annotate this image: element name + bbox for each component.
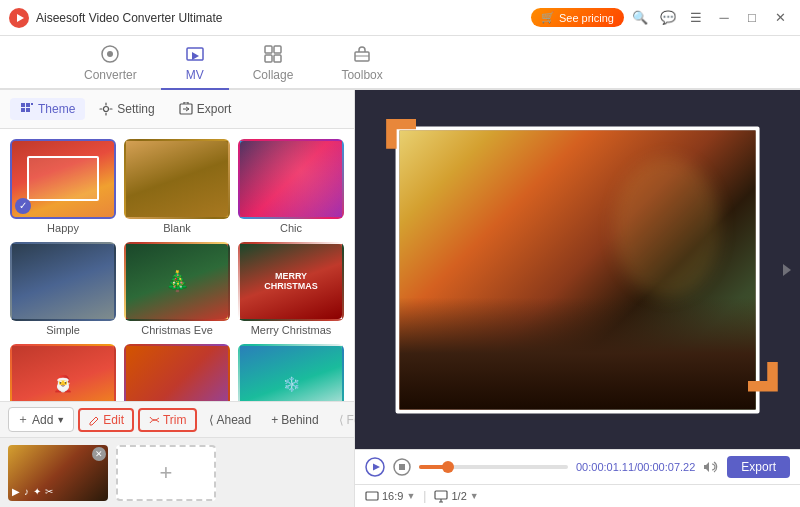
selected-check: ✓ [15,198,31,214]
export-button[interactable]: Export [727,456,790,478]
search-icon[interactable]: 🔍 [628,6,652,30]
stop-icon [393,458,411,476]
theme-thumb-simple[interactable] [10,242,116,322]
clip-item-1[interactable]: ✕ ▶ ♪ ✦ ✂ [8,445,108,501]
theme-thumb-christmas[interactable]: 🎄 [124,242,230,322]
svg-marker-19 [373,464,380,471]
play-button[interactable] [365,457,385,477]
minimize-button[interactable]: ─ [712,6,736,30]
svg-rect-21 [399,464,405,470]
trim-button[interactable]: Trim [138,408,197,432]
add-icon: ＋ [17,411,29,428]
converter-icon [100,44,120,64]
edit-icon [88,414,100,426]
mv-icon [185,44,205,64]
bottom-toolbar: ＋ Add ▼ Edit Trim ⟨ Ahead + [0,401,354,437]
svg-rect-22 [366,492,378,500]
toolbox-icon [352,44,372,64]
chat-icon[interactable]: 💬 [656,6,680,30]
volume-button[interactable] [703,459,719,475]
tab-converter[interactable]: Converter [60,38,161,90]
theme-thumb-blank[interactable] [124,139,230,219]
theme-item-christmas[interactable]: 🎄 Christmas Eve [124,242,230,337]
theme-thumb-santa[interactable]: 🎅 [10,344,116,401]
video-controls: 00:00:01.11/00:00:07.22 Export [355,449,800,484]
theme-thumb-merry[interactable]: MERRYCHRISTMAS [238,242,344,322]
theme-thumb-happy[interactable]: ✓ [10,139,116,219]
right-panel: 00:00:01.11/00:00:07.22 Export 16:9 ▼ | [355,90,800,507]
trim-icon [148,414,160,426]
close-button[interactable]: ✕ [768,6,792,30]
ahead-button[interactable]: ⟨ Ahead [201,410,260,430]
theme-icon [20,102,34,116]
theme-thumb-modern[interactable] [124,344,230,401]
title-bar: Aiseesoft Video Converter Ultimate 🛒 See… [0,0,800,36]
clip-cut-icon: ✂ [45,486,53,497]
left-panel: Theme Setting Export [0,90,355,507]
theme-item-santa[interactable]: 🎅 Santa Claus [10,344,116,401]
clip-audio-icon: ♪ [24,486,29,497]
theme-item-merry[interactable]: MERRYCHRISTMAS Merry Christmas [238,242,344,337]
theme-item-snowy[interactable]: ❄️ Snowy Night [238,344,344,401]
video-background [355,90,800,449]
add-clip-icon: + [160,460,173,486]
quality-select[interactable]: 1/2 ▼ [434,489,478,503]
clip-icons: ▶ ♪ ✦ ✂ [12,486,53,497]
behind-button[interactable]: + Behind [263,410,326,430]
theme-item-modern[interactable]: Modern Life [124,344,230,401]
sub-tabs: Theme Setting Export [0,90,354,129]
play-icon [365,457,385,477]
svg-rect-23 [435,491,447,499]
theme-item-simple[interactable]: Simple [10,242,116,337]
cart-icon: 🛒 [541,11,555,24]
theme-grid: ✓ Happy Blank Chic [0,129,354,401]
svg-rect-13 [31,103,33,105]
svg-rect-15 [26,108,30,112]
tab-collage[interactable]: Collage [229,38,318,90]
right-arrow-indicator [783,264,791,276]
volume-icon [703,459,719,475]
divider: | [423,489,426,503]
theme-item-happy[interactable]: ✓ Happy [10,139,116,234]
bottom-strip: ✕ ▶ ♪ ✦ ✂ + [0,437,354,507]
nav-tabs: Converter MV Collage Toolbox [0,36,800,90]
svg-rect-8 [274,55,281,62]
ratio-dropdown-icon: ▼ [406,491,415,501]
svg-rect-14 [21,108,25,112]
add-button[interactable]: ＋ Add ▼ [8,407,74,432]
svg-rect-12 [26,103,30,107]
video-frame [395,126,760,413]
tab-mv[interactable]: MV [161,38,229,90]
sub-tab-setting[interactable]: Setting [89,98,164,120]
sub-tab-export[interactable]: Export [169,98,242,120]
menu-icon[interactable]: ☰ [684,6,708,30]
stop-button[interactable] [393,458,411,476]
setting-icon [99,102,113,116]
progress-thumb [442,461,454,473]
clip-close-button[interactable]: ✕ [92,447,106,461]
tab-toolbox[interactable]: Toolbox [317,38,406,90]
svg-point-16 [104,107,109,112]
sub-tab-theme[interactable]: Theme [10,98,85,120]
see-pricing-button[interactable]: 🛒 See pricing [531,8,624,27]
ratio-select[interactable]: 16:9 ▼ [365,489,415,503]
video-preview [355,90,800,449]
main-layout: Theme Setting Export [0,90,800,507]
ratio-icon [365,489,379,503]
export-icon [179,102,193,116]
app-title: Aiseesoft Video Converter Ultimate [36,11,223,25]
progress-fill [419,465,449,469]
theme-thumb-snowy[interactable]: ❄️ [238,344,344,401]
add-clip-button[interactable]: + [116,445,216,501]
edit-button[interactable]: Edit [78,408,134,432]
theme-item-chic[interactable]: Chic [238,139,344,234]
monitor-icon [434,489,448,503]
svg-rect-6 [274,46,281,53]
title-bar-right: 🛒 See pricing 🔍 💬 ☰ ─ □ ✕ [531,6,792,30]
theme-item-blank[interactable]: Blank [124,139,230,234]
maximize-button[interactable]: □ [740,6,764,30]
theme-thumb-chic[interactable] [238,139,344,219]
title-bar-left: Aiseesoft Video Converter Ultimate [8,7,223,29]
progress-bar[interactable] [419,465,568,469]
svg-point-3 [107,51,113,57]
